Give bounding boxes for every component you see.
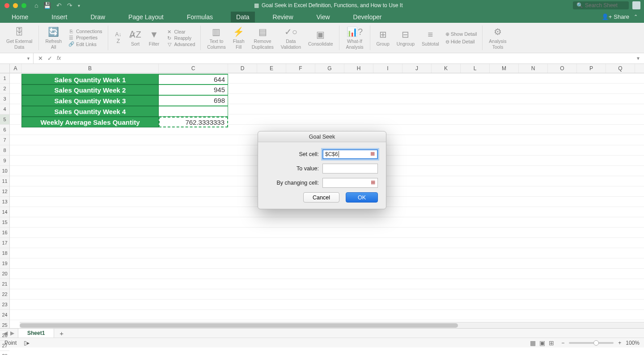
advanced-button[interactable]: ▽Advanced bbox=[166, 42, 195, 47]
user-avatar[interactable] bbox=[632, 1, 640, 9]
row-header[interactable]: 23 bbox=[0, 300, 9, 310]
column-header[interactable]: P bbox=[577, 64, 606, 73]
menu-formulas[interactable]: Formulas bbox=[182, 12, 218, 22]
column-header[interactable]: O bbox=[548, 64, 577, 73]
zoom-level[interactable]: 100% bbox=[626, 340, 640, 346]
column-header[interactable]: M bbox=[490, 64, 519, 73]
row-header[interactable]: 1 bbox=[0, 73, 9, 84]
page-layout-view-icon[interactable]: ▣ bbox=[539, 339, 545, 347]
column-header[interactable]: J bbox=[402, 64, 432, 73]
close-icon[interactable] bbox=[4, 3, 9, 8]
filter-button[interactable]: ▼Filter bbox=[146, 29, 163, 47]
horizontal-scrollbar[interactable] bbox=[20, 322, 644, 328]
table-label[interactable]: Sales Quantity Week 4 bbox=[21, 106, 159, 117]
fx-icon[interactable]: fx bbox=[57, 55, 61, 62]
table-value[interactable]: 698 bbox=[159, 95, 228, 106]
menu-page-layout[interactable]: Page Layout bbox=[123, 12, 169, 22]
ungroup-button[interactable]: ⊟Ungroup bbox=[394, 29, 417, 47]
maximize-icon[interactable] bbox=[21, 3, 26, 8]
column-header[interactable]: Q bbox=[606, 64, 635, 73]
column-header[interactable]: A bbox=[10, 64, 21, 73]
row-header[interactable]: 8 bbox=[0, 145, 9, 156]
collapse-ribbon-icon[interactable]: ⌃ bbox=[634, 14, 638, 20]
show-detail-button[interactable]: ⊕ Show Detail bbox=[445, 31, 477, 37]
column-header[interactable]: K bbox=[432, 64, 461, 73]
expand-formula-bar-icon[interactable]: ▼ bbox=[632, 56, 644, 61]
add-sheet-button[interactable]: + bbox=[54, 330, 69, 337]
column-header[interactable]: C bbox=[159, 64, 228, 73]
row-header[interactable]: 21 bbox=[0, 279, 9, 289]
column-header[interactable]: I bbox=[373, 64, 402, 73]
row-header[interactable]: 28 bbox=[0, 351, 9, 355]
zoom-slider[interactable] bbox=[569, 342, 614, 344]
subtotal-button[interactable]: ≡Subtotal bbox=[419, 29, 442, 47]
share-button[interactable]: 👤+Share bbox=[602, 13, 629, 20]
row-header[interactable]: 22 bbox=[0, 289, 9, 300]
row-header[interactable]: 27 bbox=[0, 341, 9, 351]
search-input[interactable] bbox=[585, 2, 625, 8]
redo-icon[interactable]: ↷ bbox=[67, 2, 72, 9]
column-header[interactable]: D bbox=[228, 64, 257, 73]
row-header[interactable]: 11 bbox=[0, 176, 9, 186]
home-icon[interactable]: ⌂ bbox=[34, 2, 38, 9]
column-header[interactable]: L bbox=[461, 64, 490, 73]
data-validation-button[interactable]: ✓○Data Validation bbox=[278, 26, 304, 50]
table-label[interactable]: Sales Quantity Week 2 bbox=[21, 85, 159, 95]
table-label[interactable]: Weekly Average Sales Quantity bbox=[21, 117, 159, 127]
save-icon[interactable]: 💾 bbox=[43, 2, 51, 9]
table-label[interactable]: Sales Quantity Week 3 bbox=[21, 95, 159, 106]
row-header[interactable]: 17 bbox=[0, 238, 9, 248]
ok-button[interactable]: OK bbox=[346, 192, 378, 203]
undo-icon[interactable]: ↶ bbox=[56, 2, 62, 9]
row-header[interactable]: 4 bbox=[0, 104, 9, 114]
get-external-data-button[interactable]: 🗄Get External Data bbox=[4, 26, 35, 50]
table-value[interactable]: 644 bbox=[159, 74, 228, 85]
sort-button[interactable]: A̷ZSort bbox=[127, 29, 144, 47]
row-header[interactable]: 19 bbox=[0, 258, 9, 269]
row-header[interactable]: 13 bbox=[0, 197, 9, 207]
row-header[interactable]: 18 bbox=[0, 248, 9, 258]
table-label[interactable]: Sales Quantity Week 1 bbox=[21, 74, 159, 85]
menu-draw[interactable]: Draw bbox=[85, 12, 110, 22]
confirm-formula-icon[interactable]: ✓ bbox=[47, 55, 52, 62]
minimize-icon[interactable] bbox=[13, 3, 18, 8]
more-icon[interactable]: ▾ bbox=[78, 3, 80, 8]
column-header[interactable]: F bbox=[286, 64, 315, 73]
row-header[interactable]: 16 bbox=[0, 228, 9, 238]
row-header[interactable]: 2 bbox=[0, 84, 9, 94]
row-header[interactable]: 15 bbox=[0, 217, 9, 228]
row-header[interactable]: 9 bbox=[0, 156, 9, 166]
column-header[interactable]: G bbox=[315, 64, 344, 73]
row-header[interactable]: 5 bbox=[0, 114, 9, 125]
menu-view[interactable]: View bbox=[311, 12, 335, 22]
cancel-button[interactable]: Cancel bbox=[303, 192, 339, 203]
row-header[interactable]: 7 bbox=[0, 135, 9, 145]
to-value-input[interactable] bbox=[322, 164, 378, 173]
table-value[interactable] bbox=[159, 106, 228, 117]
macro-icon[interactable]: ▯▸ bbox=[24, 340, 30, 346]
row-header[interactable]: 26 bbox=[0, 330, 9, 341]
clear-button[interactable]: ✕Clear bbox=[166, 29, 195, 34]
menu-data[interactable]: Data bbox=[231, 12, 255, 22]
range-picker-icon[interactable]: ▦ bbox=[369, 151, 376, 158]
column-header[interactable]: H bbox=[344, 64, 373, 73]
menu-insert[interactable]: Insert bbox=[46, 12, 72, 22]
reapply-button[interactable]: ↻Reapply bbox=[166, 35, 195, 41]
consolidate-button[interactable]: ▣Consolidate bbox=[305, 29, 335, 47]
cancel-formula-icon[interactable]: ✕ bbox=[38, 55, 43, 62]
refresh-all-button[interactable]: 🔄Refresh All bbox=[42, 26, 64, 50]
column-header[interactable]: E bbox=[257, 64, 286, 73]
menu-developer[interactable]: Developer bbox=[348, 12, 387, 22]
page-break-view-icon[interactable]: ⊞ bbox=[549, 339, 554, 347]
zoom-in-icon[interactable]: + bbox=[618, 340, 621, 346]
row-header[interactable]: 10 bbox=[0, 166, 9, 176]
analysis-tools-button[interactable]: ⚙Analysis Tools bbox=[486, 26, 509, 50]
row-header[interactable]: 14 bbox=[0, 207, 9, 217]
column-header[interactable]: B bbox=[21, 64, 159, 73]
normal-view-icon[interactable]: ▦ bbox=[530, 339, 536, 347]
set-cell-input[interactable]: $C$6 ▦ bbox=[322, 149, 378, 159]
table-value[interactable]: 762.3333333 bbox=[159, 117, 228, 127]
hide-detail-button[interactable]: ⊖ Hide Detail bbox=[445, 39, 477, 45]
row-header[interactable]: 12 bbox=[0, 186, 9, 197]
menu-home[interactable]: Home bbox=[6, 12, 34, 22]
